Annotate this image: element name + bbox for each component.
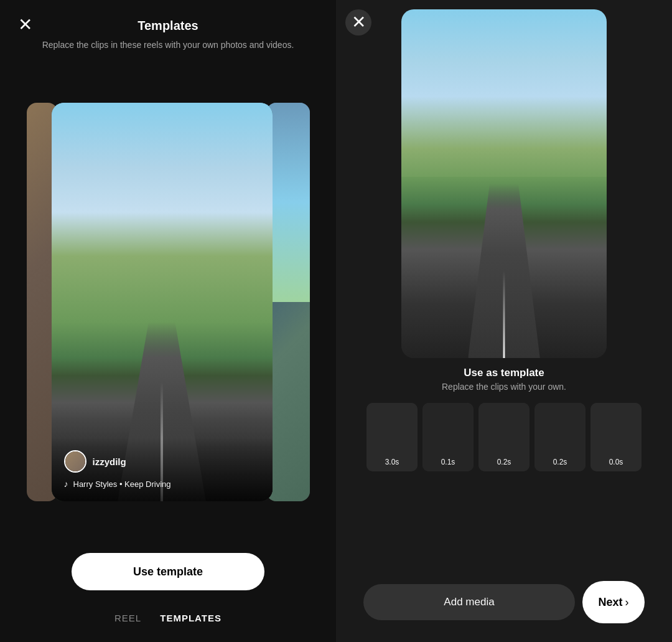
clip-duration-2: 0.1s xyxy=(441,458,455,466)
left-panel: ✕ Templates Replace the clips in these r… xyxy=(0,0,336,642)
use-template-button[interactable]: Use template xyxy=(72,553,264,590)
clip-thumb-4[interactable]: 0.2s xyxy=(534,403,586,471)
preview-image xyxy=(401,9,607,358)
clips-row: 3.0s 0.1s 0.2s 0.2s 0.0s xyxy=(336,403,672,471)
page-title: Templates xyxy=(42,19,294,33)
use-template-label: Use template xyxy=(133,565,203,578)
template-card-main[interactable]: izzydilg ♪ Harry Styles • Keep Driving xyxy=(52,103,273,501)
tab-templates[interactable]: TEMPLATES xyxy=(160,613,222,623)
avatar-image xyxy=(65,451,85,471)
close-button-right[interactable]: ✕ xyxy=(345,9,371,35)
clip-duration-1: 3.0s xyxy=(385,458,399,466)
clip-thumb-3[interactable]: 0.2s xyxy=(478,403,530,471)
clip-duration-5: 0.0s xyxy=(609,458,623,466)
peek-right-image xyxy=(266,103,310,501)
close-button-left[interactable]: ✕ xyxy=(12,12,37,37)
card-overlay: izzydilg ♪ Harry Styles • Keep Driving xyxy=(52,438,273,501)
bottom-tabs: REEL TEMPLATES xyxy=(0,603,336,642)
close-icon-right: ✕ xyxy=(352,14,366,31)
tab-reel[interactable]: REEL xyxy=(114,613,141,623)
music-row: ♪ Harry Styles • Keep Driving xyxy=(64,479,260,489)
add-media-label: Add media xyxy=(444,596,494,608)
add-media-button[interactable]: Add media xyxy=(363,584,575,620)
card-user-row: izzydilg xyxy=(64,450,260,473)
template-carousel: izzydilg ♪ Harry Styles • Keep Driving xyxy=(0,52,336,553)
next-chevron-icon: › xyxy=(625,596,629,609)
carousel-right-peek[interactable] xyxy=(266,103,310,501)
use-as-template-section: Use as template Replace the clips with y… xyxy=(442,367,566,392)
page-subtitle: Replace the clips in these reels with yo… xyxy=(42,39,294,52)
right-panel: ✕ Use as template Replace the clips with… xyxy=(336,0,672,642)
music-text: Harry Styles • Keep Driving xyxy=(73,479,171,489)
preview-road-line xyxy=(503,271,505,358)
template-preview xyxy=(401,9,607,358)
username: izzydilg xyxy=(93,456,126,467)
clip-thumb-5[interactable]: 0.0s xyxy=(590,403,642,471)
clip-duration-3: 0.2s xyxy=(497,458,511,466)
use-as-template-subtitle: Replace the clips with your own. xyxy=(442,382,566,392)
music-note-icon: ♪ xyxy=(64,479,68,489)
use-as-template-title: Use as template xyxy=(442,367,566,379)
clip-thumb-2[interactable]: 0.1s xyxy=(422,403,474,471)
left-header: Templates Replace the clips in these ree… xyxy=(17,19,319,52)
clip-duration-4: 0.2s xyxy=(553,458,567,466)
next-button[interactable]: Next › xyxy=(582,581,645,623)
next-label: Next xyxy=(598,596,622,609)
avatar xyxy=(64,450,86,473)
clip-thumb-1[interactable]: 3.0s xyxy=(366,403,418,471)
close-icon-left: ✕ xyxy=(18,16,32,34)
bottom-action-row: Add media Next › xyxy=(336,581,672,623)
